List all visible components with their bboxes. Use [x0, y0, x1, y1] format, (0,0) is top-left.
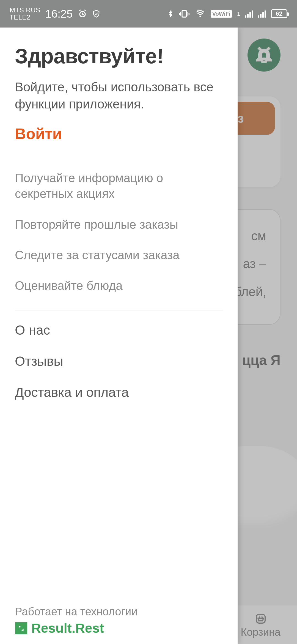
carrier-1: MTS RUS: [10, 7, 40, 14]
wifi-icon: 6: [195, 9, 206, 18]
brand-name: Result.Rest: [31, 621, 104, 636]
vibrate-icon: [179, 9, 190, 18]
feature-item-repeat-orders: Повторяйте прошлые заказы: [15, 217, 223, 232]
brand-logo-icon: [15, 622, 28, 635]
side-drawer: Здравствуйте! Войдите, чтобы использоват…: [0, 28, 238, 644]
vowifi-badge: VoWiFi: [211, 10, 232, 18]
drawer-subtitle: Войдите, чтобы использовать все функции …: [15, 78, 223, 113]
carrier-labels: MTS RUS TELE2: [10, 7, 40, 21]
link-delivery-payment[interactable]: Доставка и оплата: [15, 385, 223, 400]
svg-text:6: 6: [197, 9, 199, 12]
feature-list: Получайте информацию о секретных акциях …: [15, 170, 223, 293]
dual-sim-index: 1: [237, 11, 240, 17]
divider: [15, 310, 223, 310]
login-link[interactable]: Войти: [15, 125, 223, 143]
feature-item-secret-promos: Получайте информацию о секретных акциях: [15, 170, 223, 201]
shield-check-icon: [92, 9, 100, 18]
svg-point-2: [200, 16, 201, 17]
link-about[interactable]: О нас: [15, 323, 223, 338]
drawer-title: Здравствуйте!: [15, 44, 223, 68]
signal-bars-1: [245, 10, 253, 18]
status-left: MTS RUS TELE2 16:25: [10, 7, 100, 21]
alarm-icon: [78, 9, 87, 18]
carrier-2: TELE2: [10, 14, 40, 21]
powered-by-label: Работает на технологии: [15, 605, 223, 618]
signal-bars-2: [258, 10, 266, 18]
brand-row[interactable]: Result.Rest: [15, 621, 223, 636]
feature-item-track-status: Следите за статусами заказа: [15, 247, 223, 263]
status-right: 6 VoWiFi 1 62: [167, 9, 287, 19]
battery-indicator: 62: [271, 9, 287, 18]
svg-rect-1: [182, 10, 186, 17]
link-reviews[interactable]: Отзывы: [15, 354, 223, 369]
status-bar: MTS RUS TELE2 16:25 6 VoWiFi 1 62: [0, 0, 297, 28]
clock: 16:25: [45, 8, 73, 20]
feature-item-rate-dishes: Оценивайте блюда: [15, 278, 223, 293]
bluetooth-icon: [167, 9, 174, 19]
battery-percent: 62: [276, 10, 282, 17]
drawer-links: О нас Отзывы Доставка и оплата: [15, 323, 223, 400]
